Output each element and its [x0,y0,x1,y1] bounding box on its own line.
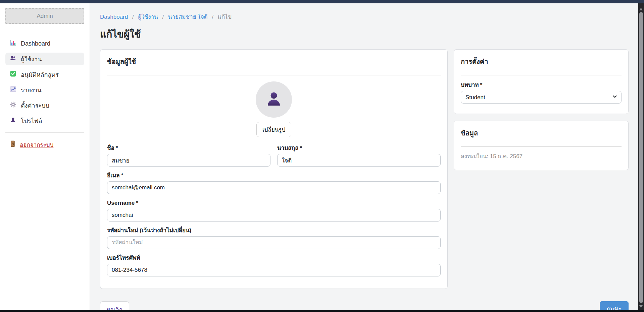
user-info-card-title: ข้อมูลผู้ใช้ [107,56,441,75]
scroll-down-arrow-icon[interactable] [639,305,643,308]
sidebar-item-profile[interactable]: โปรไฟล์ [5,114,84,127]
gear-icon [10,101,16,110]
window-bottom-bar [0,310,644,312]
save-button[interactable]: บันทึก [600,301,629,310]
label-text: อีเมล [107,172,120,179]
role-label: บทบาท* [461,81,622,88]
scrollbar-thumb[interactable] [639,12,643,303]
new-password-field: รหัสผ่านใหม่ (เว้นว่างถ้าไม่เปลี่ยน) [107,227,441,249]
breadcrumb-current: แก้ไข [218,14,232,20]
form-actions: ยกเลิก บันทึก [100,301,629,310]
check-icon [10,70,16,79]
info-card: ข้อมูล ลงทะเบียน: 15 ธ.ค. 2567 [454,121,629,170]
vertical-scrollbar[interactable] [638,3,644,310]
new-password-label: รหัสผ่านใหม่ (เว้นว่างถ้าไม่เปลี่ยน) [107,227,441,234]
required-mark: * [300,145,302,151]
bar-chart-icon [10,40,16,48]
email-field: อีเมล* [107,172,441,194]
username-input[interactable] [107,209,441,222]
right-column: การตั้งค่า บทบาท* Student [454,49,629,170]
change-photo-button[interactable]: เปลี่ยนรูป [256,122,292,137]
label-text: รหัสผ่านใหม่ (เว้นว่างถ้าไม่เปลี่ยน) [107,227,191,234]
role-select-wrap: Student [461,91,622,104]
required-mark: * [116,145,118,151]
breadcrumb-dashboard[interactable]: Dashboard [100,14,128,20]
email-label: อีเมล* [107,172,441,179]
sidebar-item-course-approval[interactable]: อนุมัติหลักสูตร [5,68,84,81]
logo-text: Admin [37,13,53,19]
breadcrumb-separator: / [132,14,134,20]
username-label: Username* [107,199,441,206]
last-name-label: นามสกุล* [277,144,441,151]
first-name-label: ชื่อ* [107,144,270,151]
sidebar: Admin Dashboard ผู้ใช้งาน [0,3,90,310]
person-icon [10,117,16,125]
user-info-card: ข้อมูลผู้ใช้ [100,49,448,289]
sidebar-logo: Admin [5,8,84,24]
sidebar-item-system-settings[interactable]: ตั้งค่าระบบ [5,99,84,112]
door-icon [10,140,16,149]
new-password-input[interactable] [107,236,441,249]
sidebar-divider [5,132,84,133]
role-select[interactable]: Student [461,91,622,104]
info-card-title: ข้อมูล [461,128,622,147]
settings-card: การตั้งค่า บทบาท* Student [454,49,629,114]
breadcrumb-users[interactable]: ผู้ใช้งาน [138,14,158,20]
sidebar-item-label: รายงาน [21,85,42,95]
sidebar-item-label: โปรไฟล์ [21,116,42,126]
phone-label: เบอร์โทรศัพท์ [107,254,441,261]
phone-input[interactable] [107,264,441,276]
breadcrumb-user-name[interactable]: นายสมชาย ใจดี [168,14,208,20]
settings-card-title: การตั้งค่า [461,56,622,75]
avatar [256,81,292,118]
person-bust-icon [264,89,283,110]
label-text: Username [107,200,135,206]
first-name-input[interactable] [107,154,270,167]
scroll-up-arrow-icon[interactable] [639,8,643,10]
email-input[interactable] [107,181,441,194]
main-content: Dashboard / ผู้ใช้งาน / นายสมชาย ใจดี / … [90,3,638,310]
sidebar-item-label: ผู้ใช้งาน [21,54,42,64]
page-title: แก้ไขผู้ใช้ [100,26,629,42]
sidebar-item-dashboard[interactable]: Dashboard [5,37,84,50]
breadcrumb-separator: / [162,14,164,20]
breadcrumb: Dashboard / ผู้ใช้งาน / นายสมชาย ใจดี / … [100,12,629,21]
sidebar-item-reports[interactable]: รายงาน [5,83,84,96]
required-mark: * [121,172,123,179]
label-text: ชื่อ [107,145,114,151]
label-text: บทบาท [461,82,479,88]
window-top-bar [0,0,644,3]
sidebar-item-label: ตั้งค่าระบบ [21,101,49,110]
username-field: Username* [107,199,441,222]
logout-link[interactable]: ออกจากระบบ [5,140,84,149]
registered-date-text: ลงทะเบียน: 15 ธ.ค. 2567 [461,153,622,160]
sidebar-item-users[interactable]: ผู้ใช้งาน [5,53,84,65]
breadcrumb-separator: / [212,14,213,20]
required-mark: * [136,200,138,206]
required-mark: * [480,82,483,88]
last-name-input[interactable] [277,154,441,167]
sidebar-item-label: อนุมัติหลักสูตร [21,70,59,79]
label-text: นามสกุล [277,145,298,151]
label-text: เบอร์โทรศัพท์ [107,255,140,261]
phone-field: เบอร์โทรศัพท์ [107,254,441,276]
chart-up-icon [10,86,16,94]
users-icon [10,55,16,63]
first-name-field: ชื่อ* [107,144,270,167]
cancel-button[interactable]: ยกเลิก [100,301,129,310]
sidebar-item-label: Dashboard [21,40,50,47]
last-name-field: นามสกุล* [277,144,441,167]
logout-label: ออกจากระบบ [20,140,53,149]
